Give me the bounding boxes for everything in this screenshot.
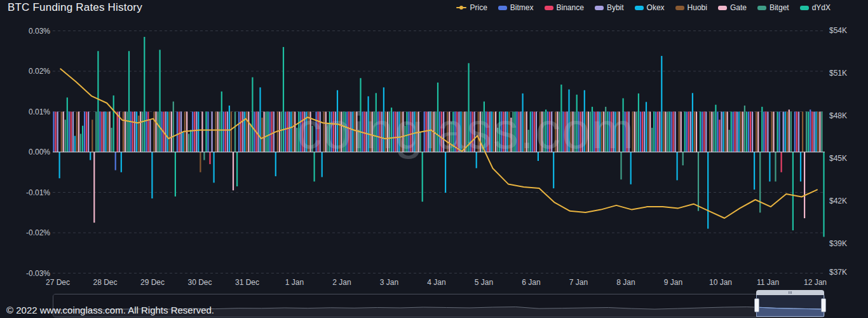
svg-text:5 Jan: 5 Jan xyxy=(475,278,493,287)
navigator-left-handle[interactable] xyxy=(754,298,759,312)
svg-text:10 Jan: 10 Jan xyxy=(709,278,732,287)
svg-text:$45K: $45K xyxy=(829,154,847,163)
svg-text:9 Jan: 9 Jan xyxy=(664,278,682,287)
chart-page: BTC Funding Rates History PriceBitmexBin… xyxy=(0,0,868,318)
right-axis-labels: $54K$51K$48K$45K$42K$39K$37K xyxy=(829,26,847,277)
svg-text:8 Jan: 8 Jan xyxy=(616,278,635,287)
svg-text:29 Dec: 29 Dec xyxy=(140,278,165,287)
svg-text:$42K: $42K xyxy=(829,197,847,205)
svg-text:0.03%: 0.03% xyxy=(29,27,50,36)
svg-text:$39K: $39K xyxy=(829,239,847,248)
svg-text:6 Jan: 6 Jan xyxy=(522,278,540,287)
svg-text:-0.01%: -0.01% xyxy=(26,188,50,197)
svg-text:1 Jan: 1 Jan xyxy=(285,278,304,287)
svg-text:$48K: $48K xyxy=(829,111,847,120)
copyright: © 2022 www.coinglass.com. All Rights Res… xyxy=(6,305,214,315)
svg-text:27 Dec: 27 Dec xyxy=(46,278,70,287)
svg-text:30 Dec: 30 Dec xyxy=(187,278,212,287)
svg-text:3 Jan: 3 Jan xyxy=(380,278,398,287)
svg-text:$37K: $37K xyxy=(829,268,847,277)
svg-text:28 Dec: 28 Dec xyxy=(93,278,117,287)
svg-text:0.01%: 0.01% xyxy=(29,107,50,116)
navigator-right-handle[interactable] xyxy=(821,298,826,312)
x-axis-labels: 27 Dec28 Dec29 Dec30 Dec31 Dec1 Jan2 Jan… xyxy=(46,278,827,287)
main-chart: coinglass.com0.03%0.02%0.01%0.00%-0.01%-… xyxy=(0,0,868,291)
navigator-selection[interactable] xyxy=(756,294,824,317)
svg-text:-0.03%: -0.03% xyxy=(26,269,50,278)
svg-text:11 Jan: 11 Jan xyxy=(757,278,779,287)
svg-text:$51K: $51K xyxy=(829,69,847,78)
svg-text:4 Jan: 4 Jan xyxy=(427,278,445,287)
svg-text:-0.02%: -0.02% xyxy=(26,228,50,237)
left-axis-labels: 0.03%0.02%0.01%0.00%-0.01%-0.02%-0.03% xyxy=(26,27,50,278)
svg-text:0.00%: 0.00% xyxy=(29,148,50,156)
grip-icon xyxy=(790,291,790,294)
svg-text:0.02%: 0.02% xyxy=(29,67,50,76)
svg-text:$54K: $54K xyxy=(829,26,847,35)
svg-text:2 Jan: 2 Jan xyxy=(332,278,351,287)
svg-text:12 Jan: 12 Jan xyxy=(804,278,827,287)
watermark: coinglass.com xyxy=(297,102,635,159)
svg-text:7 Jan: 7 Jan xyxy=(569,278,588,287)
svg-text:31 Dec: 31 Dec xyxy=(235,278,259,287)
navigator-drag-cap[interactable] xyxy=(756,290,824,295)
